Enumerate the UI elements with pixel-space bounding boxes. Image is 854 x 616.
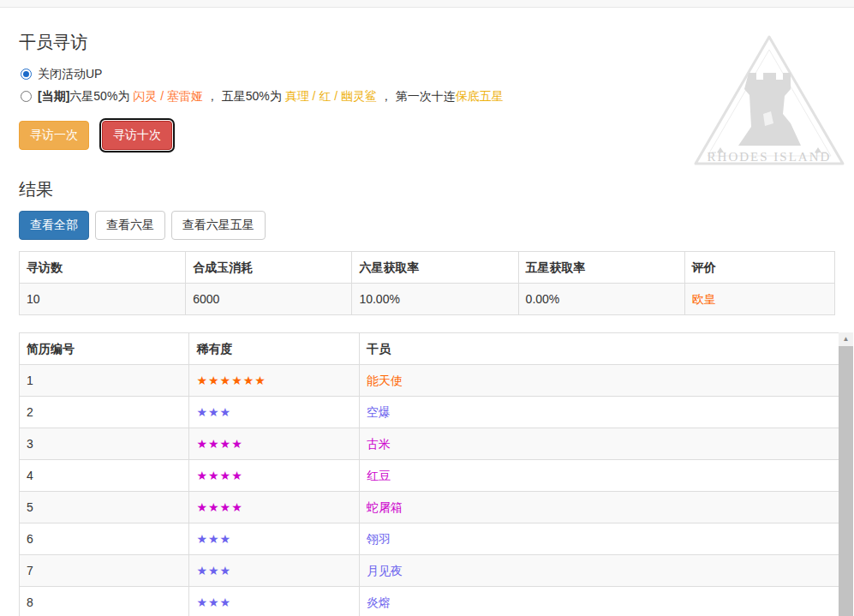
operator-link[interactable]: 月见夜 (367, 564, 403, 577)
operator-link[interactable]: 古米 (367, 437, 391, 451)
up-operator-link[interactable]: 塞雷娅 (167, 89, 203, 103)
summary-five-rate-value: 0.00% (518, 284, 684, 315)
results-header-row: 简历编号 稀有度 干员 (20, 333, 853, 365)
summary-header-five-rate: 五星获取率 (518, 252, 684, 284)
radio-option-event[interactable]: [当期]六星50%为 闪灵 / 塞雷娅 ， 五星50%为 真理 / 红 / 幽灵… (19, 88, 835, 105)
operator-link[interactable]: 翎羽 (367, 532, 391, 546)
summary-six-rate-value: 10.00% (352, 284, 518, 315)
radio-option-standard[interactable]: 关闭活动UP (19, 66, 835, 83)
navbar-bottom-edge (0, 0, 854, 8)
pull-ten-button[interactable]: 寻访十次 (102, 121, 172, 150)
result-id: 6 (20, 523, 189, 555)
rarity-stars: ★★★ (189, 555, 359, 587)
result-id: 3 (20, 428, 189, 460)
rarity-stars: ★★★ (189, 523, 359, 555)
radio-checked-icon[interactable] (21, 69, 32, 80)
result-row: 1 ★★★★★★ 能天使 (20, 365, 853, 397)
rarity-stars: ★★★★ (189, 460, 359, 492)
result-row: 4 ★★★★ 红豆 (20, 460, 853, 492)
result-id: 2 (20, 397, 189, 428)
results-table-container: 简历编号 稀有度 干员 1 ★★★★★★ 能天使 2 ★★★ 空爆 3 (19, 332, 853, 616)
rarity-stars: ★★★★ (189, 492, 359, 523)
result-row: 2 ★★★ 空爆 (20, 397, 853, 428)
up-separator: / (331, 89, 341, 103)
page-title: 干员寻访 (19, 30, 835, 55)
operator-link[interactable]: 炎熔 (367, 595, 391, 609)
pull-one-button[interactable]: 寻访一次 (19, 121, 89, 150)
guarantee-link[interactable]: 保底五星 (456, 89, 504, 103)
result-row: 8 ★★★ 炎熔 (20, 587, 853, 616)
operator-link[interactable]: 能天使 (367, 374, 403, 387)
result-row: 7 ★★★ 月见夜 (20, 555, 853, 587)
results-header-rarity: 稀有度 (189, 333, 359, 365)
radio-unchecked-icon[interactable] (21, 91, 32, 102)
event-tail: 第一次十连 (396, 89, 456, 103)
event-comma: ， (203, 89, 222, 103)
operator-link[interactable]: 红豆 (367, 469, 391, 482)
summary-table: 寻访数 合成玉消耗 六星获取率 五星获取率 评价 10 6000 10.00% … (19, 251, 835, 315)
results-header-id: 简历编号 (20, 333, 189, 365)
result-row: 6 ★★★ 翎羽 (20, 523, 853, 555)
result-id: 5 (20, 492, 189, 523)
summary-pulls-value: 10 (20, 284, 186, 315)
result-id: 1 (20, 365, 189, 397)
summary-header-six-rate: 六星获取率 (352, 252, 518, 284)
main-content: 干员寻访 关闭活动UP [当期]六星50%为 闪灵 / 塞雷娅 ， 五星50%为… (0, 30, 854, 616)
radio-event-label: [当期]六星50%为 闪灵 / 塞雷娅 ， 五星50%为 真理 / 红 / 幽灵… (38, 88, 504, 105)
up-operator-link[interactable]: 红 (319, 89, 331, 103)
results-heading: 结果 (19, 177, 835, 202)
up-separator: / (309, 89, 320, 103)
up-operator-link[interactable]: 幽灵鲨 (341, 89, 377, 103)
results-scrollbar[interactable]: ▲ (839, 332, 853, 616)
up-operator-link[interactable]: 闪灵 (133, 89, 157, 103)
summary-header-pulls: 寻访数 (20, 252, 186, 284)
rarity-stars: ★★★ (189, 587, 359, 616)
pull-buttons-row: 寻访一次 寻访十次 (19, 118, 835, 153)
summary-cost-value: 6000 (186, 284, 352, 315)
result-id: 8 (20, 587, 189, 616)
event-six-label: 六星50%为 (69, 89, 133, 103)
summary-data-row: 10 6000 10.00% 0.00% 欧皇 (20, 284, 835, 315)
rarity-stars: ★★★★★★ (189, 365, 359, 397)
up-operator-link[interactable]: 真理 (285, 89, 309, 103)
filter-button-group: 查看全部 查看六星 查看六星五星 (19, 211, 835, 240)
summary-header-row: 寻访数 合成玉消耗 六星获取率 五星获取率 评价 (20, 252, 835, 284)
result-row: 5 ★★★★ 蛇屠箱 (20, 492, 853, 523)
rating-link[interactable]: 欧皇 (692, 292, 716, 306)
event-comma: ， (377, 89, 396, 103)
filter-all-button[interactable]: 查看全部 (19, 211, 89, 240)
operator-link[interactable]: 蛇屠箱 (367, 500, 403, 514)
event-five-label: 五星50%为 (222, 89, 285, 103)
results-header-operator: 干员 (359, 333, 852, 365)
filter-six-five-star-button[interactable]: 查看六星五星 (171, 211, 266, 240)
radio-standard-label: 关闭活动UP (38, 66, 102, 83)
results-table: 简历编号 稀有度 干员 1 ★★★★★★ 能天使 2 ★★★ 空爆 3 (19, 332, 853, 616)
event-prefix: [当期] (38, 89, 69, 103)
filter-six-star-button[interactable]: 查看六星 (95, 211, 165, 240)
result-id: 7 (20, 555, 189, 587)
up-separator: / (157, 89, 167, 103)
rarity-stars: ★★★★ (189, 428, 359, 460)
summary-header-cost: 合成玉消耗 (186, 252, 352, 284)
scrollbar-thumb[interactable] (839, 346, 853, 616)
result-row: 3 ★★★★ 古米 (20, 428, 853, 460)
result-id: 4 (20, 460, 189, 492)
rarity-stars: ★★★ (189, 397, 359, 428)
scrollbar-up-arrow-icon[interactable]: ▲ (839, 332, 853, 346)
operator-link[interactable]: 空爆 (367, 405, 391, 419)
summary-header-rating: 评价 (684, 252, 834, 284)
